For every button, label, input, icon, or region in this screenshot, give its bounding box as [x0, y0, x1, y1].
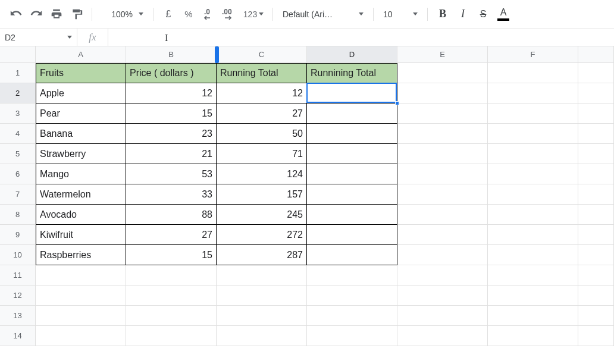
- cell-E1[interactable]: [397, 63, 488, 83]
- cell-A6[interactable]: Mango: [36, 164, 126, 184]
- increase-decimal-button[interactable]: .00: [220, 5, 238, 23]
- row-header-11[interactable]: 11: [0, 265, 36, 285]
- cell-D14[interactable]: [307, 326, 397, 346]
- font-family-dropdown[interactable]: Default (Ari…: [279, 5, 367, 23]
- cell-D9[interactable]: [307, 225, 397, 245]
- cell-B10[interactable]: 15: [126, 245, 217, 265]
- spreadsheet-grid[interactable]: ABCDEF 1234567891011121314 FruitsPrice (…: [0, 46, 614, 364]
- row-header-4[interactable]: 4: [0, 124, 36, 144]
- cell-A10[interactable]: Raspberries: [36, 245, 126, 265]
- format-percent-button[interactable]: %: [180, 5, 198, 23]
- cell-B4[interactable]: 23: [126, 124, 217, 144]
- cell-A9[interactable]: Kiwifruit: [36, 225, 126, 245]
- cell-D10[interactable]: [307, 245, 397, 265]
- cell-B12[interactable]: [126, 285, 217, 306]
- print-button[interactable]: [48, 5, 65, 23]
- cell-D4[interactable]: [307, 124, 397, 144]
- cell-D11[interactable]: [307, 265, 397, 285]
- cell-E4[interactable]: [397, 124, 488, 144]
- cell-D3[interactable]: [307, 103, 397, 124]
- cell-B7[interactable]: 33: [126, 184, 217, 205]
- cell-F12[interactable]: [488, 285, 578, 306]
- cell-E6[interactable]: [397, 164, 488, 184]
- cell-E14[interactable]: [397, 326, 488, 346]
- redo-button[interactable]: [27, 5, 45, 23]
- undo-button[interactable]: [7, 5, 25, 23]
- column-header-F[interactable]: F: [488, 46, 578, 63]
- name-box[interactable]: D2: [0, 29, 77, 46]
- cell-D12[interactable]: [307, 285, 397, 306]
- cell-E11[interactable]: [397, 265, 488, 285]
- row-header-2[interactable]: 2: [0, 83, 36, 103]
- cell-F11[interactable]: [488, 265, 578, 285]
- cell-B3[interactable]: 15: [126, 103, 217, 124]
- row-header-6[interactable]: 6: [0, 164, 36, 184]
- italic-button[interactable]: I: [454, 5, 472, 23]
- row-header-13[interactable]: 13: [0, 306, 36, 326]
- row-header-1[interactable]: 1: [0, 63, 36, 83]
- cell-A4[interactable]: Banana: [36, 124, 126, 144]
- cell-A3[interactable]: Pear: [36, 103, 126, 124]
- cell-C3[interactable]: 27: [217, 103, 307, 124]
- cell-C1[interactable]: Running Total: [217, 63, 307, 83]
- cell-C10[interactable]: 287: [217, 245, 307, 265]
- cell-C6[interactable]: 124: [217, 164, 307, 184]
- row-header-12[interactable]: 12: [0, 285, 36, 306]
- cell-A13[interactable]: [36, 306, 126, 326]
- cell-D1[interactable]: Runnining Total: [307, 63, 397, 83]
- zoom-dropdown[interactable]: 100%: [98, 6, 147, 23]
- cell-C2[interactable]: 12: [217, 83, 307, 103]
- cell-D7[interactable]: [307, 184, 397, 205]
- column-header-C[interactable]: C: [217, 46, 307, 63]
- cell-F2[interactable]: [488, 83, 578, 103]
- column-header-B[interactable]: B: [126, 46, 217, 63]
- row-header-9[interactable]: 9: [0, 225, 36, 245]
- cell-B6[interactable]: 53: [126, 164, 217, 184]
- row-header-5[interactable]: 5: [0, 144, 36, 164]
- bold-button[interactable]: B: [434, 5, 452, 23]
- cell-E10[interactable]: [397, 245, 488, 265]
- cell-A12[interactable]: [36, 285, 126, 306]
- cell-E8[interactable]: [397, 205, 488, 225]
- column-header-D[interactable]: D: [307, 46, 397, 63]
- cell-B1[interactable]: Price ( dollars ): [126, 63, 217, 83]
- cell-F5[interactable]: [488, 144, 578, 164]
- format-currency-button[interactable]: £: [159, 5, 177, 23]
- cell-D5[interactable]: [307, 144, 397, 164]
- font-size-dropdown[interactable]: 10: [380, 5, 421, 23]
- cell-A1[interactable]: Fruits: [36, 63, 126, 83]
- row-header-14[interactable]: 14: [0, 326, 36, 346]
- more-formats-dropdown[interactable]: 123: [240, 5, 267, 23]
- select-all-corner[interactable]: [0, 46, 36, 63]
- cell-C5[interactable]: 71: [217, 144, 307, 164]
- decrease-decimal-button[interactable]: .0: [200, 5, 218, 23]
- paint-format-button[interactable]: [68, 5, 86, 23]
- cell-F14[interactable]: [488, 326, 578, 346]
- cell-E9[interactable]: [397, 225, 488, 245]
- cell-D2[interactable]: [307, 83, 397, 103]
- row-header-10[interactable]: 10: [0, 245, 36, 265]
- cell-C4[interactable]: 50: [217, 124, 307, 144]
- cell-E12[interactable]: [397, 285, 488, 306]
- cell-F3[interactable]: [488, 103, 578, 124]
- cell-D8[interactable]: [307, 205, 397, 225]
- cell-E3[interactable]: [397, 103, 488, 124]
- cell-A8[interactable]: Avocado: [36, 205, 126, 225]
- cell-C8[interactable]: 245: [217, 205, 307, 225]
- cell-D13[interactable]: [307, 306, 397, 326]
- cell-C13[interactable]: [217, 306, 307, 326]
- cell-C7[interactable]: 157: [217, 184, 307, 205]
- formula-input[interactable]: [108, 29, 614, 46]
- row-header-7[interactable]: 7: [0, 184, 36, 205]
- cell-A11[interactable]: [36, 265, 126, 285]
- cell-A14[interactable]: [36, 326, 126, 346]
- column-resize-handle[interactable]: [215, 46, 219, 63]
- cell-C11[interactable]: [217, 265, 307, 285]
- cell-E7[interactable]: [397, 184, 488, 205]
- cell-A7[interactable]: Watermelon: [36, 184, 126, 205]
- cell-A5[interactable]: Strawberry: [36, 144, 126, 164]
- cell-C9[interactable]: 272: [217, 225, 307, 245]
- cell-F6[interactable]: [488, 164, 578, 184]
- row-header-8[interactable]: 8: [0, 205, 36, 225]
- cell-F1[interactable]: [488, 63, 578, 83]
